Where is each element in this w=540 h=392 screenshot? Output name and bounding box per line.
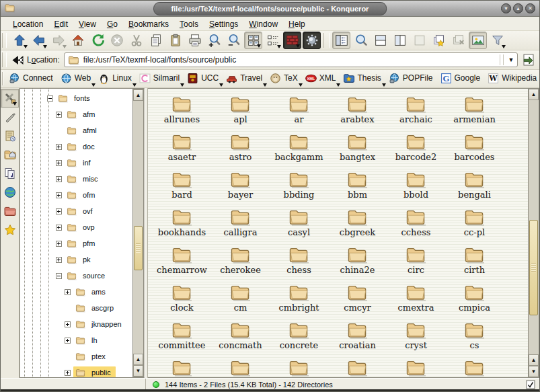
tree-item-inf[interactable]: inf	[20, 155, 144, 171]
tree-item-afm[interactable]: afm	[20, 106, 144, 122]
tree-item-source[interactable]: source	[20, 268, 144, 284]
filter-button[interactable]	[488, 32, 506, 49]
folder-bard[interactable]: bard	[153, 168, 211, 206]
folder-bbold[interactable]: bbold	[387, 168, 445, 206]
folder-partial[interactable]	[387, 356, 445, 378]
sidebar-tab-home-directory[interactable]	[1, 145, 19, 164]
folder-committee[interactable]: committee	[153, 319, 211, 356]
bookmark-popfile[interactable]: POPFile	[386, 71, 438, 87]
tree-scroll-up-button-2[interactable]: ▲	[133, 354, 143, 365]
expand-icon[interactable]	[56, 160, 62, 166]
folder-cm[interactable]: cm	[211, 281, 270, 319]
toolbar-handle[interactable]	[2, 52, 7, 67]
folder-arabtex[interactable]: arabtex	[328, 93, 387, 130]
clear-location-button[interactable]	[11, 54, 24, 66]
tree-item-doc[interactable]: doc	[20, 139, 144, 155]
sidebar-tab-bookmarks-pen[interactable]	[1, 108, 19, 126]
tree-item-pk[interactable]: pk	[20, 251, 144, 268]
split-view-top-bottom-button[interactable]	[371, 32, 389, 49]
folder-barcode2[interactable]: barcode2	[387, 130, 445, 168]
folder-cmbright[interactable]: cmbright	[270, 281, 328, 319]
folder-partial[interactable]	[445, 356, 504, 378]
folder-circ[interactable]: circ	[387, 243, 445, 281]
tree-item-ovp[interactable]: ovp	[20, 219, 144, 235]
expand-icon[interactable]	[65, 338, 71, 344]
expand-icon[interactable]	[56, 192, 62, 198]
expand-icon[interactable]	[56, 112, 62, 118]
minimize-button[interactable]: ▾	[501, 3, 511, 13]
list-view-mode-button[interactable]	[264, 32, 282, 49]
bookmark-wikipedia[interactable]: WWikipedia	[485, 71, 540, 87]
folder-astro[interactable]: astro	[211, 130, 270, 168]
image-preview-button[interactable]	[469, 32, 487, 49]
titlebar[interactable]: file:/usr/TeX/texmf-local/fonts/source/p…	[1, 1, 539, 17]
folder-concrete[interactable]: concrete	[270, 319, 328, 356]
main-scroll-track[interactable]	[529, 100, 539, 354]
bookmark-xml[interactable]: XMLXML	[303, 71, 341, 87]
show-navigation-panel-button[interactable]	[332, 32, 350, 49]
zoom-out-button[interactable]	[225, 32, 243, 49]
folder-partial[interactable]	[270, 356, 328, 378]
tree-item-ascgrp[interactable]: ascgrp	[20, 300, 144, 316]
expand-icon[interactable]	[65, 289, 71, 295]
expand-icon[interactable]	[56, 176, 62, 182]
folder-apl[interactable]: apl	[211, 93, 270, 130]
folder-clock[interactable]: clock	[153, 281, 211, 319]
statusbar-extension-icon[interactable]	[526, 380, 535, 389]
folder-croatian[interactable]: croatian	[328, 319, 387, 356]
menu-bookmarks[interactable]: Bookmarks	[123, 18, 174, 30]
expand-icon[interactable]	[56, 144, 62, 150]
folder-bengali[interactable]: bengali	[445, 168, 504, 206]
reload-button[interactable]	[88, 32, 106, 49]
menu-settings[interactable]: Settings	[204, 18, 243, 30]
folder-allrunes[interactable]: allrunes	[153, 93, 211, 130]
sidebar-tab-network[interactable]	[1, 183, 19, 202]
sidebar-tab-configure[interactable]	[1, 89, 19, 108]
paste-button[interactable]	[166, 32, 184, 49]
folder-cherokee[interactable]: cherokee	[211, 243, 270, 281]
tree-item-ofm[interactable]: ofm	[20, 187, 144, 203]
embedded-viewer-button[interactable]	[303, 32, 321, 49]
tree-item-ptex[interactable]: ptex	[20, 348, 144, 364]
menu-location[interactable]: Location	[7, 18, 48, 30]
folder-partial[interactable]	[153, 356, 211, 378]
tree-item-fonts[interactable]: fonts	[20, 90, 144, 106]
folder-cirth[interactable]: cirth	[445, 243, 504, 281]
bookmark-silmaril[interactable]: Silmaril	[137, 71, 184, 87]
tree-item-jknappen[interactable]: jknappen	[20, 316, 144, 332]
toolbar-handle[interactable]	[2, 33, 7, 48]
location-combobox[interactable]: file:/usr/TeX/texmf-local/fonts/source/p…	[64, 52, 518, 67]
tree-item-ams[interactable]: ams	[20, 284, 144, 300]
menu-go[interactable]: Go	[102, 18, 123, 30]
main-scroll-up-button[interactable]: ▲	[529, 89, 539, 100]
copy-button[interactable]	[147, 32, 165, 49]
folder-bbm[interactable]: bbm	[328, 168, 387, 206]
icon-view-mode-button[interactable]	[244, 32, 262, 49]
detailed-view-mode-button[interactable]	[283, 32, 301, 49]
expand-icon[interactable]	[65, 370, 71, 376]
window-menu-folder-icon[interactable]	[4, 3, 16, 14]
folder-bookhands[interactable]: bookhands	[153, 206, 211, 243]
sidebar-tab-services[interactable]	[1, 164, 19, 183]
sidebar-tab-bookmarks[interactable]	[1, 221, 19, 239]
expand-icon[interactable]	[56, 225, 62, 231]
menu-view[interactable]: View	[73, 18, 102, 30]
main-scroll-thumb[interactable]	[529, 220, 538, 315]
folder-concmath[interactable]: concmath	[211, 319, 270, 356]
folder-china2e[interactable]: china2e	[328, 243, 387, 281]
folder-backgamm[interactable]: backgamm	[270, 130, 328, 168]
tree-item-misc[interactable]: misc	[20, 171, 144, 187]
tree-item-ovf[interactable]: ovf	[20, 203, 144, 219]
close-button[interactable]: ✕	[525, 3, 535, 13]
folder-archaic[interactable]: archaic	[387, 93, 445, 130]
new-view-button[interactable]	[430, 32, 448, 49]
tree-item-pfm[interactable]: pfm	[20, 235, 144, 251]
folder-partial[interactable]	[211, 356, 270, 378]
print-button[interactable]	[186, 32, 204, 49]
main-scrollbar[interactable]: ▲ ▲ ▼	[528, 88, 539, 378]
folder-bayer[interactable]: bayer	[211, 168, 270, 206]
tree-scrollbar[interactable]: ▲ ▲ ▼	[132, 89, 144, 377]
home-button[interactable]	[69, 32, 87, 49]
folder-barcodes[interactable]: barcodes	[445, 130, 504, 168]
tree-scroll-thumb[interactable]	[134, 226, 143, 270]
